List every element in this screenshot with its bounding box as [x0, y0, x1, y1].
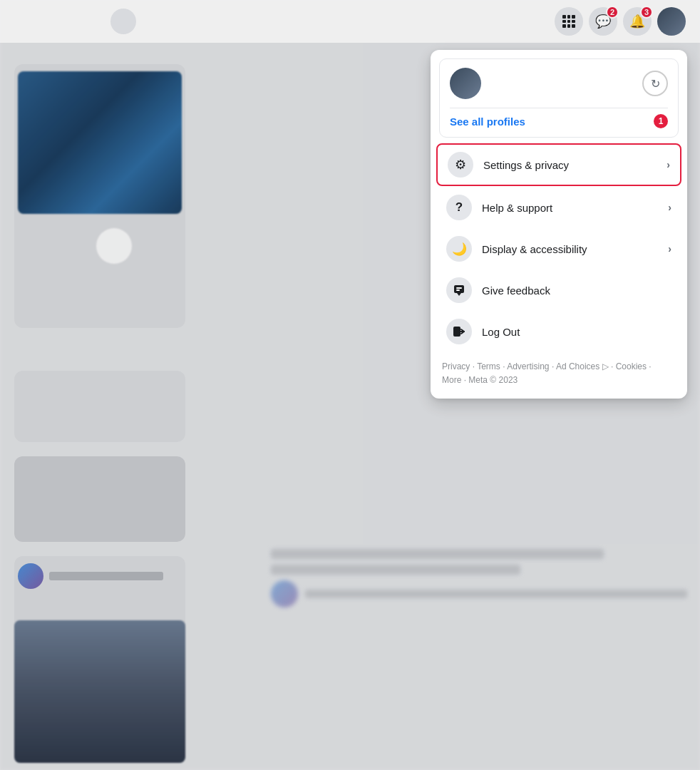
- see-all-profiles-link[interactable]: See all profiles: [450, 115, 525, 128]
- divider-profile: [450, 108, 668, 108]
- help-chevron-icon: ›: [668, 202, 671, 213]
- footer-sep-5: ·: [649, 361, 651, 371]
- menu-item-give-feedback[interactable]: Give feedback: [436, 270, 681, 310]
- help-support-label: Help & support: [482, 202, 668, 214]
- dropdown-panel: ↻ See all profiles 1 ⚙ Settings & privac…: [431, 50, 687, 399]
- display-icon-circle: 🌙: [446, 236, 472, 262]
- moon-icon: 🌙: [452, 242, 467, 257]
- profile-section: ↻ See all profiles 1: [439, 58, 679, 138]
- help-icon-circle: ?: [446, 195, 472, 220]
- menu-item-settings-privacy[interactable]: ⚙ Settings & privacy ›: [436, 143, 681, 186]
- menu-item-display-accessibility[interactable]: 🌙 Display & accessibility ›: [436, 229, 681, 269]
- log-out-label: Log Out: [482, 326, 671, 338]
- settings-icon-circle: ⚙: [448, 152, 473, 178]
- profiles-badge: 1: [654, 114, 668, 128]
- display-accessibility-label: Display & accessibility: [482, 243, 668, 255]
- feedback-flag-icon: [453, 284, 465, 297]
- logout-icon-circle: [446, 319, 472, 344]
- footer-sep-4: ·: [611, 361, 616, 371]
- svg-rect-0: [454, 285, 464, 293]
- display-chevron-icon: ›: [668, 243, 671, 255]
- profile-avatar: [450, 68, 481, 99]
- help-question-icon: ?: [455, 200, 463, 215]
- menu-item-log-out[interactable]: Log Out: [436, 312, 681, 351]
- settings-chevron-icon: ›: [666, 159, 670, 170]
- give-feedback-label: Give feedback: [482, 284, 671, 297]
- footer-copyright: Meta © 2023: [468, 375, 518, 385]
- svg-rect-1: [456, 287, 462, 289]
- footer-terms-link[interactable]: Terms: [477, 361, 500, 371]
- settings-privacy-label: Settings & privacy: [483, 159, 666, 171]
- menu-item-help-support[interactable]: ? Help & support ›: [436, 188, 681, 227]
- settings-gear-icon: ⚙: [455, 157, 466, 173]
- feedback-icon-circle: [446, 277, 472, 303]
- profile-row: ↻: [450, 68, 668, 99]
- see-all-profiles-row: See all profiles 1: [450, 114, 668, 128]
- footer-adchoices-link[interactable]: Ad Choices ▷: [556, 361, 609, 371]
- footer-more-link[interactable]: More: [442, 375, 461, 385]
- footer-advertising-link[interactable]: Advertising: [507, 361, 549, 371]
- refresh-icon: ↻: [651, 77, 660, 91]
- footer-links: Privacy · Terms · Advertising · Ad Choic…: [431, 353, 687, 390]
- footer-cookies-link[interactable]: Cookies: [616, 361, 647, 371]
- footer-privacy-link[interactable]: Privacy: [442, 361, 470, 371]
- logout-icon: [452, 324, 466, 339]
- refresh-button[interactable]: ↻: [642, 71, 668, 96]
- svg-rect-2: [456, 289, 460, 291]
